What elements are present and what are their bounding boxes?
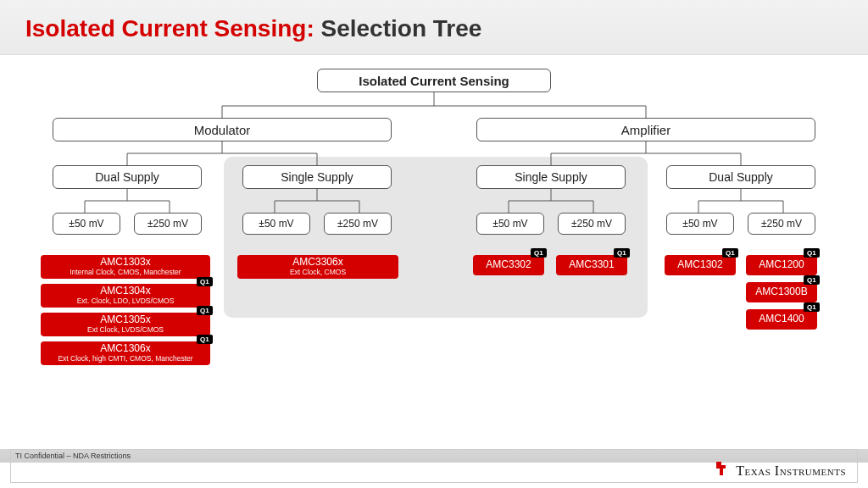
chip-sub: Ext Clock, CMOS [290,269,346,277]
title-bar: Isolated Current Sensing: Selection Tree [0,0,868,55]
q1-badge: Q1 [722,248,738,258]
chip-label: AMC1200 [759,259,804,271]
ti-bug-icon [714,460,731,481]
node-amp-single-50: ±50 mV [476,213,544,235]
chip-label: AMC3306x [292,257,342,269]
node-mod-single-250: ±250 mV [324,213,392,235]
q1-badge: Q1 [197,335,213,344]
node-amp-single: Single Supply [476,165,626,189]
chip-amc1304x[interactable]: AMC1304x Ext. Clock, LDO, LVDS/CMOS [41,284,210,308]
brand-logo: Texas Instruments [714,460,846,481]
tree-canvas: Isolated Current Sensing Modulator Ampli… [0,55,868,428]
chip-label: AMC1304x [100,286,150,297]
chip-label: AMC1306x [100,343,150,355]
title-red: Isolated Current Sensing: [25,15,314,42]
q1-badge: Q1 [804,248,820,258]
node-amp-single-250: ±250 mV [558,213,626,235]
node-root: Isolated Current Sensing [317,69,551,92]
q1-badge: Q1 [197,306,213,315]
brand-text: Texas Instruments [736,463,846,479]
node-amp-dual: Dual Supply [666,165,815,189]
chip-label: AMC1303x [100,257,150,269]
node-mod-dual: Dual Supply [53,165,202,189]
chip-amc1306x[interactable]: AMC1306x Ext Clock, high CMTI, CMOS, Man… [41,341,210,365]
chip-label: AMC3302 [486,259,531,271]
chip-amc3306x[interactable]: AMC3306x Ext Clock, CMOS [237,255,398,279]
q1-badge: Q1 [531,248,547,258]
q1-badge: Q1 [197,277,213,286]
chip-label: AMC1400 [759,313,804,325]
chip-label: AMC1305x [100,314,150,326]
chip-sub: Ext Clock, high CMTI, CMOS, Manchester [58,355,192,363]
chip-sub: Ext Clock, LVDS/CMOS [87,326,164,335]
node-mod-dual-250: ±250 mV [134,213,202,235]
chip-amc1305x[interactable]: AMC1305x Ext Clock, LVDS/CMOS [41,313,210,336]
node-mod-single: Single Supply [242,165,392,189]
chip-amc1200[interactable]: AMC1200 [746,255,817,275]
node-amplifier: Amplifier [476,118,815,141]
q1-badge: Q1 [804,275,820,285]
chip-amc1300b[interactable]: AMC1300B [746,282,817,302]
chip-amc1302[interactable]: AMC1302 [665,255,736,275]
tree-connectors [0,55,868,428]
node-mod-single-50: ±50 mV [242,213,310,235]
node-modulator: Modulator [53,118,392,141]
chip-amc3302[interactable]: AMC3302 [473,255,544,275]
page-title: Isolated Current Sensing: Selection Tree [25,15,843,42]
chip-label: AMC3301 [569,259,614,271]
title-black: Selection Tree [314,15,482,42]
chip-amc3301[interactable]: AMC3301 [556,255,627,275]
q1-badge: Q1 [614,248,630,258]
node-amp-dual-250: ±250 mV [748,213,815,235]
chip-amc1303x[interactable]: AMC1303x Internal Clock, CMOS, Mancheste… [41,255,210,279]
chip-label: AMC1300B [755,286,807,298]
chip-amc1400[interactable]: AMC1400 [746,309,817,330]
q1-badge: Q1 [804,302,820,312]
node-amp-dual-50: ±50 mV [666,213,734,235]
chip-label: AMC1302 [677,259,722,271]
chip-sub: Internal Clock, CMOS, Manchester [70,269,181,277]
chip-sub: Ext. Clock, LDO, LVDS/CMOS [77,297,175,306]
node-mod-dual-50: ±50 mV [53,213,120,235]
